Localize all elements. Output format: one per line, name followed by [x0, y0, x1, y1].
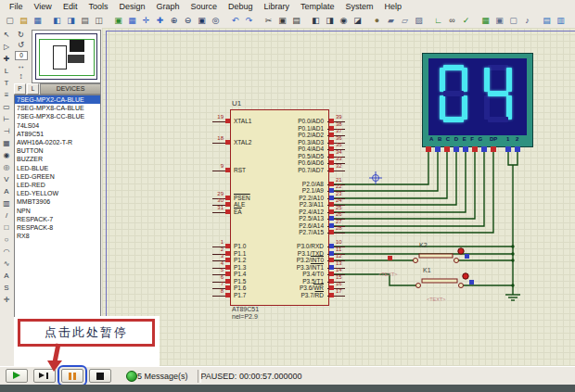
tape-recorder-mode-icon[interactable]: ◉: [1, 150, 12, 161]
2d-text-mode-icon[interactable]: A: [1, 271, 12, 282]
2d-arc-mode-icon[interactable]: ◠: [1, 247, 12, 258]
print-icon[interactable]: ▤: [79, 14, 92, 27]
device-item[interactable]: AT89C51: [15, 130, 100, 138]
pick-parts-button[interactable]: P: [14, 83, 26, 95]
menu-item-library[interactable]: Library: [259, 2, 296, 11]
bill-of-materials-icon[interactable]: ▤: [541, 14, 554, 27]
device-item[interactable]: LED-RED: [15, 181, 100, 189]
wire-autorouter-icon[interactable]: ∟: [432, 14, 445, 27]
device-item[interactable]: RESPACK-7: [15, 215, 100, 223]
false-origin-icon[interactable]: ✛: [140, 14, 153, 27]
menu-item-design[interactable]: Design: [113, 2, 150, 11]
device-item[interactable]: 7SEG-MPX8-CA-BLUE: [15, 104, 100, 112]
seven-segment-display[interactable]: ABCDEFG DP 1 2: [422, 53, 533, 147]
virtual-instruments-mode-icon[interactable]: ▥: [1, 198, 12, 209]
graph-mode-icon[interactable]: ▦: [1, 138, 12, 149]
undo-icon[interactable]: ↶: [229, 14, 242, 27]
buses-mode-icon[interactable]: ≡: [1, 90, 12, 101]
block-rotate-icon[interactable]: ◉: [338, 14, 351, 27]
rotate-anticlockwise-icon[interactable]: ↺: [15, 40, 27, 50]
rotate-angle-field[interactable]: 0: [15, 51, 28, 60]
terminals-mode-icon[interactable]: ⊢: [1, 114, 12, 125]
preview-window[interactable]: [32, 30, 101, 83]
generator-mode-icon[interactable]: ◎: [1, 162, 12, 173]
menu-item-view[interactable]: View: [29, 2, 58, 11]
run-button[interactable]: [6, 369, 28, 383]
device-pins-mode-icon[interactable]: ⊣: [1, 126, 12, 137]
text-script-mode-icon[interactable]: T: [1, 78, 12, 89]
open-design-icon[interactable]: ▤: [18, 14, 31, 27]
device-item[interactable]: AWH16A-0202-T-R: [15, 138, 100, 146]
menu-item-tools[interactable]: Tools: [83, 2, 113, 11]
message-status-icon[interactable]: [126, 371, 137, 382]
save-design-icon[interactable]: ▦: [32, 14, 45, 27]
2d-symbol-mode-icon[interactable]: S: [1, 283, 12, 294]
zoom-to-sheet-icon[interactable]: ♪: [521, 14, 534, 27]
menu-item-debug[interactable]: Debug: [223, 2, 259, 11]
device-item[interactable]: MMBT3906: [15, 197, 100, 206]
2d-box-mode-icon[interactable]: □: [1, 222, 12, 234]
subcircuit-mode-icon[interactable]: ▭: [1, 102, 12, 113]
zoom-out-icon[interactable]: ⊖: [182, 14, 195, 27]
pick-device-icon[interactable]: ●: [371, 14, 384, 27]
device-item[interactable]: LED-YELLOW: [15, 189, 100, 197]
make-device-icon[interactable]: ▰: [385, 14, 398, 27]
mirror-y-icon[interactable]: ↕: [15, 71, 27, 82]
new-design-icon[interactable]: ▢: [4, 14, 17, 27]
block-move-icon[interactable]: ◨: [324, 14, 337, 27]
redraw-icon[interactable]: ▣: [112, 14, 125, 27]
2d-circle-mode-icon[interactable]: ○: [1, 234, 12, 246]
toggle-grid-icon[interactable]: ▦: [126, 14, 139, 27]
device-item[interactable]: 7SEG-MPX8-CC-BLUE: [15, 112, 100, 120]
device-item[interactable]: BUZZER: [15, 155, 100, 163]
device-item[interactable]: LED-GREEN: [15, 172, 100, 181]
menu-item-template[interactable]: Template: [295, 2, 340, 11]
cut-icon[interactable]: ✂: [262, 14, 275, 27]
paste-icon[interactable]: ▤: [290, 14, 303, 27]
wire-label-mode-icon[interactable]: L: [1, 66, 12, 77]
device-item[interactable]: 74LS04: [15, 121, 100, 130]
copy-icon[interactable]: ▣: [276, 14, 289, 27]
center-at-cursor-icon[interactable]: ✚: [154, 14, 167, 27]
2d-line-mode-icon[interactable]: /: [1, 210, 12, 221]
menu-item-file[interactable]: File: [4, 2, 29, 11]
search-tag-icon[interactable]: ∞: [446, 14, 459, 27]
menu-item-edit[interactable]: Edit: [58, 2, 83, 11]
decompose-icon[interactable]: ▨: [413, 14, 426, 27]
zoom-in-icon[interactable]: ⊕: [168, 14, 181, 27]
device-item[interactable]: 7SEG-MPX2-CA-BLUE: [15, 95, 100, 104]
import-section-icon[interactable]: ◧: [51, 14, 64, 27]
menu-item-source[interactable]: Source: [185, 2, 223, 11]
property-assignment-icon[interactable]: ✓: [460, 14, 473, 27]
mirror-x-icon[interactable]: ↔: [15, 61, 27, 71]
redo-icon[interactable]: ↷: [243, 14, 256, 27]
menu-item-system[interactable]: System: [340, 2, 379, 11]
component-mode-icon[interactable]: ▷: [1, 42, 12, 53]
library-button[interactable]: L: [27, 83, 39, 95]
menu-item-help[interactable]: Help: [379, 2, 408, 11]
junction-dot-mode-icon[interactable]: ✚: [1, 54, 12, 65]
new-sheet-icon[interactable]: ▣: [493, 14, 506, 27]
device-item[interactable]: BUTTON: [15, 146, 100, 155]
selection-mode-icon[interactable]: ↖: [1, 30, 12, 41]
stop-button[interactable]: [89, 369, 111, 383]
block-copy-icon[interactable]: ◧: [310, 14, 323, 27]
voltage-probe-mode-icon[interactable]: V: [1, 174, 12, 185]
export-section-icon[interactable]: ◨: [65, 14, 78, 27]
device-item[interactable]: LED-BLUE: [15, 164, 100, 172]
packaging-tool-icon[interactable]: ▱: [399, 14, 412, 27]
pause-button[interactable]: [61, 369, 83, 383]
step-button[interactable]: [33, 369, 56, 383]
device-item[interactable]: NPN: [15, 207, 100, 215]
electrical-rule-check-icon[interactable]: ▥: [555, 14, 568, 27]
zoom-area-icon[interactable]: ▣: [196, 14, 209, 27]
rotate-clockwise-icon[interactable]: ↻: [15, 30, 27, 40]
block-delete-icon[interactable]: ◪: [351, 14, 364, 27]
marker-mode-icon[interactable]: ✛: [1, 295, 12, 306]
remove-sheet-icon[interactable]: ▢: [507, 14, 520, 27]
design-explorer-icon[interactable]: ▦: [479, 14, 492, 27]
device-item[interactable]: RX8: [15, 232, 100, 240]
zoom-all-icon[interactable]: ◎: [210, 14, 223, 27]
mark-output-area-icon[interactable]: ◫: [93, 14, 106, 27]
menu-item-graph[interactable]: Graph: [150, 2, 185, 11]
